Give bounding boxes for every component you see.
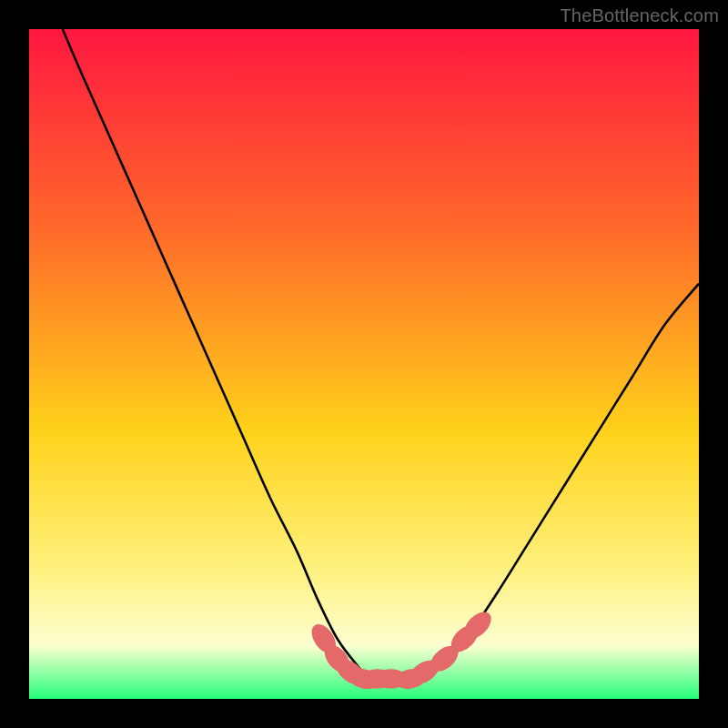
- chart-frame: TheBottleneck.com: [0, 0, 728, 728]
- plot-area: [29, 29, 699, 699]
- attribution-text: TheBottleneck.com: [560, 5, 719, 26]
- chart-svg: [29, 29, 699, 699]
- gradient-background: [29, 29, 699, 699]
